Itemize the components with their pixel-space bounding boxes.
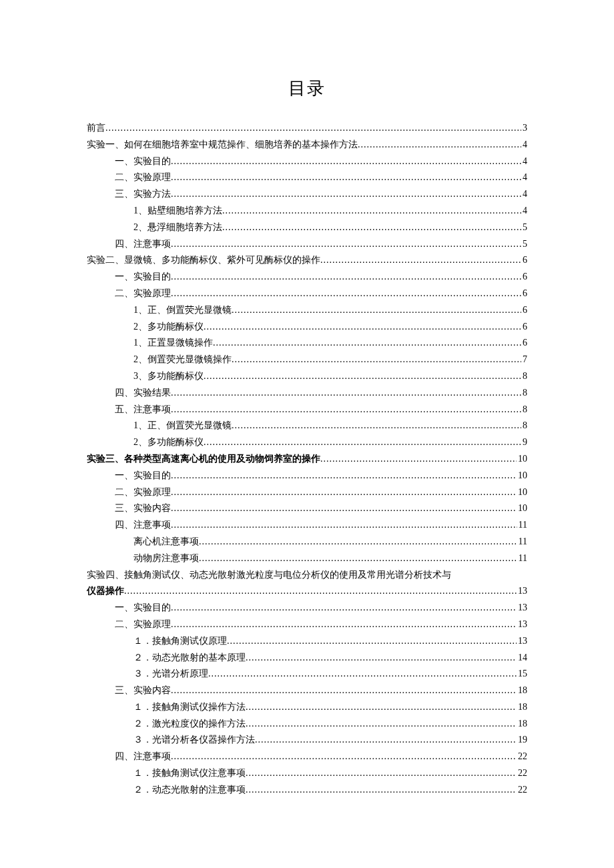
toc-entry-label: 1、正置显微镜操作 bbox=[133, 335, 213, 352]
toc-entry-page: 13 bbox=[517, 633, 527, 650]
toc-entry-page: 8 bbox=[521, 368, 527, 385]
toc-dot-leader bbox=[171, 749, 517, 765]
toc-dot-leader bbox=[222, 203, 521, 220]
toc-dot-leader bbox=[232, 352, 521, 368]
toc-entry-page: 18 bbox=[517, 699, 527, 716]
toc-entry-label: 实验四、接触角测试仪、动态光散射激光粒度与电位分析仪的使用及常用光谱分析技术与 bbox=[87, 567, 451, 584]
toc-entry-page: 6 bbox=[521, 286, 527, 302]
toc-entry: 1、正置显微镜操作 6 bbox=[87, 335, 527, 352]
toc-dot-leader bbox=[246, 765, 517, 782]
toc-dot-leader bbox=[246, 716, 517, 733]
toc-entry-label: 2、倒置荧光显微镜操作 bbox=[133, 352, 232, 368]
toc-entry-label: １．接触角测试仪操作方法 bbox=[133, 699, 246, 716]
toc-dot-leader bbox=[171, 402, 521, 418]
toc-dot-leader bbox=[124, 583, 517, 600]
toc-entry: 2、悬浮细胞培养方法 5 bbox=[87, 220, 527, 236]
toc-dot-leader bbox=[105, 120, 521, 137]
toc-dot-leader bbox=[171, 468, 517, 484]
toc-entry-label: 2、悬浮细胞培养方法 bbox=[133, 220, 222, 236]
toc-entry-page: 6 bbox=[521, 335, 527, 352]
toc-entry: 仪器操作 13 bbox=[87, 583, 527, 600]
toc-entry-label: ２．激光粒度仪的操作方法 bbox=[133, 716, 246, 733]
toc-dot-leader bbox=[171, 269, 521, 286]
toc-entry-label: 五、注意事项 bbox=[115, 402, 171, 418]
toc-entry: 四、注意事项 5 bbox=[87, 236, 527, 253]
toc-entry-page: 3 bbox=[521, 120, 527, 137]
toc-entry-page: 13 bbox=[517, 583, 527, 600]
toc-entry-label: 四、注意事项 bbox=[115, 236, 171, 253]
toc-entry-label: 3、多功能酶标仪 bbox=[133, 368, 204, 385]
toc-entry-label: 实验二、显微镜、多功能酶标仪、紫外可见酶标仪的操作 bbox=[87, 252, 320, 269]
toc-entry: 一、实验目的 6 bbox=[87, 269, 527, 286]
toc-entry: １．接触角测试仪操作方法18 bbox=[87, 699, 527, 716]
toc-entry-page: 10 bbox=[517, 451, 527, 468]
toc-dot-leader bbox=[358, 137, 521, 153]
toc-entry: 一、实验目的 10 bbox=[87, 468, 527, 484]
toc-entry-label: 实验一、如何在细胞培养室中规范操作、细胞培养的基本操作方法 bbox=[87, 137, 358, 153]
toc-entry: 四、注意事项 22 bbox=[87, 749, 527, 765]
toc-dot-leader bbox=[171, 600, 517, 616]
toc-entry: 二、实验原理 13 bbox=[87, 616, 527, 633]
toc-dot-leader bbox=[222, 220, 521, 236]
toc-dot-leader bbox=[171, 153, 521, 170]
toc-dot-leader bbox=[171, 385, 521, 402]
toc-entry-label: 一、实验目的 bbox=[115, 153, 171, 170]
toc-entry-page: 5 bbox=[521, 236, 527, 253]
toc-entry: 1、正、倒置荧光显微镜 6 bbox=[87, 302, 527, 319]
toc-entry-page: 15 bbox=[517, 666, 527, 683]
toc-entry-label: 四、注意事项 bbox=[115, 517, 171, 534]
toc-dot-leader bbox=[171, 169, 521, 186]
toc-dot-leader bbox=[246, 782, 517, 799]
toc-entry-label: ２．动态光散射的基本原理 bbox=[133, 650, 246, 667]
toc-entry-label: 二、实验原理 bbox=[115, 484, 171, 501]
toc-dot-leader bbox=[171, 186, 521, 203]
toc-dot-leader bbox=[246, 650, 517, 667]
toc-entry-page: 6 bbox=[521, 319, 527, 336]
toc-entry-page: 8 bbox=[521, 385, 527, 402]
toc-entry-page: 4 bbox=[521, 186, 527, 203]
toc-entry: 三、实验方法 4 bbox=[87, 186, 527, 203]
toc-entry: 实验二、显微镜、多功能酶标仪、紫外可见酶标仪的操作 6 bbox=[87, 252, 527, 269]
toc-dot-leader bbox=[232, 418, 521, 434]
toc-entry-page: 10 bbox=[517, 484, 527, 501]
toc-entry: 四、实验结果 8 bbox=[87, 385, 527, 402]
toc-entry-label: ３．光谱分析原理 bbox=[133, 666, 208, 683]
toc-entry-page: 22 bbox=[517, 782, 527, 799]
toc-entry-label: ３．光谱分析各仪器操作方法 bbox=[133, 732, 255, 749]
toc-dot-leader bbox=[255, 732, 517, 749]
toc-entry: 2、倒置荧光显微镜操作 7 bbox=[87, 352, 527, 368]
toc-dot-leader bbox=[171, 286, 521, 302]
toc-entry-label: 动物房注意事项 bbox=[133, 550, 199, 567]
toc-entry-page: 10 bbox=[517, 468, 527, 484]
toc-entry-label: 二、实验原理 bbox=[115, 286, 171, 302]
toc-entry-page: 6 bbox=[521, 269, 527, 286]
toc-dot-leader bbox=[171, 517, 517, 534]
toc-dot-leader bbox=[246, 699, 517, 716]
toc-entry: 动物房注意事项 11 bbox=[87, 550, 527, 567]
toc-dot-leader bbox=[171, 236, 521, 253]
toc-entry-page: 19 bbox=[517, 732, 527, 749]
toc-dot-leader bbox=[204, 368, 521, 385]
toc-entry-label: 二、实验原理 bbox=[115, 616, 171, 633]
toc-entry-page: 8 bbox=[521, 418, 527, 434]
toc-dot-leader bbox=[213, 335, 521, 352]
toc-entry-label: 二、实验原理 bbox=[115, 169, 171, 186]
toc-entry-label: 三、实验内容 bbox=[115, 683, 171, 699]
toc-entry: 二、实验原理 4 bbox=[87, 169, 527, 186]
page-title: 目录 bbox=[87, 77, 527, 100]
toc-entry: 一、实验目的 13 bbox=[87, 600, 527, 616]
toc-dot-leader bbox=[232, 302, 521, 319]
toc-entry-label: 四、注意事项 bbox=[115, 749, 171, 765]
toc-entry: 前言 3 bbox=[87, 120, 527, 137]
toc-entry: 三、实验内容 10 bbox=[87, 500, 527, 517]
toc-entry-page: 4 bbox=[521, 153, 527, 170]
toc-entry-label: 2、多功能酶标仪 bbox=[133, 319, 204, 336]
toc-entry: 2、多功能酶标仪 6 bbox=[87, 319, 527, 336]
toc-entry: ２．动态光散射的注意事项22 bbox=[87, 782, 527, 799]
toc-entry-page: 13 bbox=[517, 616, 527, 633]
toc-entry-label: 四、实验结果 bbox=[115, 385, 171, 402]
toc-entry-page: 14 bbox=[517, 650, 527, 667]
toc-entry: １．接触角测试仪原理 13 bbox=[87, 633, 527, 650]
toc-entry: 实验四、接触角测试仪、动态光散射激光粒度与电位分析仪的使用及常用光谱分析技术与 bbox=[87, 567, 527, 584]
toc-entry: 1、正、倒置荧光显微镜 8 bbox=[87, 418, 527, 434]
